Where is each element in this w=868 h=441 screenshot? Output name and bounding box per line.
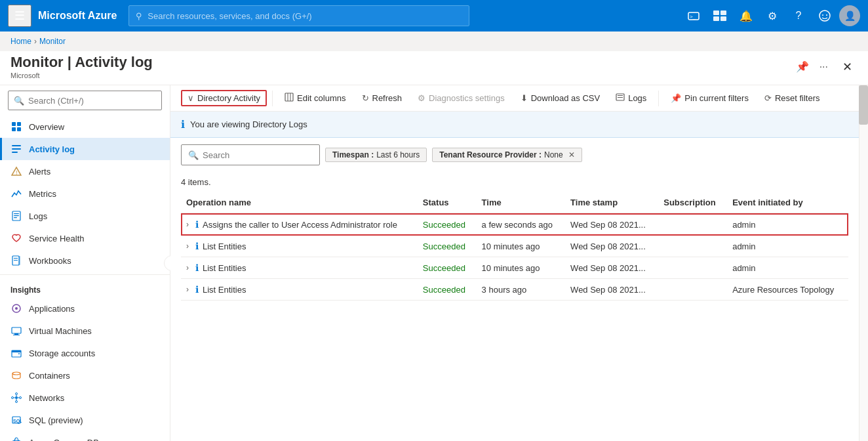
svg-point-37 bbox=[20, 397, 22, 399]
download-csv-button[interactable]: ⬇ Download as CSV bbox=[514, 90, 607, 106]
sidebar-item-activity-log[interactable]: Activity log bbox=[0, 138, 170, 160]
networks-icon bbox=[10, 392, 22, 404]
svg-point-34 bbox=[12, 372, 20, 375]
edit-columns-button[interactable]: Edit columns bbox=[278, 89, 352, 107]
status-value: Succeeded bbox=[423, 263, 465, 273]
info-icon: ℹ bbox=[181, 118, 185, 131]
close-button[interactable]: ✕ bbox=[837, 57, 858, 77]
col-time: Time bbox=[477, 192, 566, 213]
sidebar-item-virtual-machines[interactable]: Virtual Machines bbox=[0, 320, 170, 342]
sidebar-item-containers[interactable]: Containers bbox=[0, 364, 170, 387]
operation-text: List Entities bbox=[203, 242, 246, 251]
svg-rect-2 bbox=[713, 10, 719, 15]
col-operation-name: Operation name bbox=[181, 192, 418, 213]
table-row[interactable]: › ℹ List Entities Succeeded10 minutes ag… bbox=[181, 257, 848, 279]
breadcrumb: Home › Monitor bbox=[0, 32, 868, 51]
sidebar-overview-label: Overview bbox=[29, 122, 64, 132]
operation-name-cell: › ℹ List Entities bbox=[186, 284, 410, 295]
reset-filters-button[interactable]: ⟳ Reset filters bbox=[758, 90, 827, 106]
alerts-icon: ! bbox=[10, 165, 22, 177]
svg-rect-25 bbox=[19, 256, 20, 265]
svg-text:!: ! bbox=[16, 169, 18, 176]
logs-button[interactable]: Logs bbox=[609, 89, 653, 107]
svg-point-39 bbox=[16, 401, 18, 403]
cloud-shell-icon[interactable]: >_ bbox=[682, 4, 705, 28]
user-avatar[interactable]: 👤 bbox=[839, 5, 860, 26]
operation-name-cell: › ℹ List Entities bbox=[186, 262, 410, 273]
tenant-filter-close[interactable]: ✕ bbox=[568, 150, 575, 159]
sidebar-item-applications[interactable]: Applications bbox=[0, 297, 170, 320]
sidebar-virtual-machines-label: Virtual Machines bbox=[29, 326, 92, 336]
svg-point-8 bbox=[826, 14, 827, 16]
time-cell: 10 minutes ago bbox=[477, 257, 566, 279]
pin-current-filters-button[interactable]: 📌 Pin current filters bbox=[664, 90, 755, 106]
tenant-filter-tag[interactable]: Tenant Resource Provider : None ✕ bbox=[432, 148, 582, 162]
sidebar-item-overview[interactable]: Overview bbox=[0, 116, 170, 138]
subscription-cell bbox=[658, 236, 727, 257]
sidebar-collapse-button[interactable]: ‹ bbox=[164, 255, 170, 271]
global-search-input[interactable] bbox=[148, 11, 462, 21]
edit-columns-icon bbox=[285, 93, 294, 104]
sidebar-item-alerts[interactable]: ! Alerts bbox=[0, 160, 170, 182]
sidebar-item-storage-accounts[interactable]: Storage accounts bbox=[0, 342, 170, 364]
svg-point-38 bbox=[16, 393, 18, 395]
table-search-input[interactable] bbox=[203, 150, 313, 160]
sidebar-item-service-health[interactable]: Service Health bbox=[0, 227, 170, 249]
help-icon[interactable]: ? bbox=[787, 4, 810, 28]
global-search-bar[interactable]: ⚲ bbox=[128, 5, 469, 26]
filter-bar: 🔍 Timespan : Last 6 hours Tenant Resourc… bbox=[170, 138, 859, 172]
sidebar-item-workbooks[interactable]: Workbooks bbox=[0, 249, 170, 272]
sidebar-search-box: 🔍 bbox=[8, 91, 162, 110]
activity-table: Operation name Status Time Time stamp Su… bbox=[181, 192, 848, 301]
edit-columns-label: Edit columns bbox=[297, 93, 345, 103]
breadcrumb-monitor[interactable]: Monitor bbox=[39, 37, 66, 46]
hamburger-menu[interactable]: ☰ bbox=[8, 5, 31, 27]
content-scrollbar[interactable] bbox=[859, 85, 868, 441]
row-info-icon: ℹ bbox=[195, 284, 199, 295]
portal-menu-icon[interactable] bbox=[708, 4, 732, 28]
main-area: 🔍 Overview bbox=[0, 85, 868, 441]
svg-rect-4 bbox=[713, 16, 719, 21]
content-area: ∨ Directory Activity Edit columns ↻ Refr… bbox=[170, 85, 859, 441]
sidebar-item-metrics[interactable]: Metrics bbox=[0, 182, 170, 205]
settings-icon[interactable]: ⚙ bbox=[760, 4, 784, 28]
table-search-icon: 🔍 bbox=[188, 150, 199, 160]
brand-name: Microsoft Azure bbox=[38, 10, 117, 22]
breadcrumb-home[interactable]: Home bbox=[10, 37, 31, 46]
directory-activity-filter-button[interactable]: ∨ Directory Activity bbox=[181, 90, 267, 106]
sidebar-item-azure-cosmos-db[interactable]: Azure Cosmos DB bbox=[0, 431, 170, 441]
download-label: Download as CSV bbox=[531, 93, 601, 103]
refresh-button[interactable]: ↻ Refresh bbox=[355, 90, 409, 106]
sidebar-item-sql-preview[interactable]: SQL SQL (preview) bbox=[0, 409, 170, 431]
table-row[interactable]: › ℹ List Entities Succeeded3 hours agoWe… bbox=[181, 279, 848, 301]
row-expand-icon[interactable]: › bbox=[186, 242, 189, 251]
timespan-filter-tag[interactable]: Timespan : Last 6 hours bbox=[325, 148, 427, 162]
insights-section-label: Insights bbox=[0, 278, 170, 297]
insights-divider bbox=[0, 274, 170, 275]
sidebar-item-logs[interactable]: Logs bbox=[0, 205, 170, 227]
diagnostics-settings-button[interactable]: ⚙ Diagnostics settings bbox=[411, 90, 511, 106]
applications-icon bbox=[10, 303, 22, 314]
more-button[interactable]: ··· bbox=[817, 58, 831, 75]
table-row[interactable]: › ℹ Assigns the caller to User Access Ad… bbox=[181, 213, 848, 236]
azure-cosmos-db-icon bbox=[10, 436, 22, 441]
svg-text:>_: >_ bbox=[690, 14, 696, 20]
sidebar-search-input[interactable] bbox=[28, 96, 156, 106]
search-icon: ⚲ bbox=[136, 11, 142, 21]
sidebar-item-networks[interactable]: Networks bbox=[0, 387, 170, 409]
operation-text: List Entities bbox=[203, 285, 246, 295]
timestamp-cell: Wed Sep 08 2021... bbox=[565, 279, 658, 301]
row-expand-icon[interactable]: › bbox=[186, 220, 189, 229]
feedback-icon[interactable] bbox=[813, 4, 837, 28]
notifications-icon[interactable]: 🔔 bbox=[734, 4, 758, 28]
row-expand-icon[interactable]: › bbox=[186, 263, 189, 272]
sidebar-cosmos-db-label: Azure Cosmos DB bbox=[29, 438, 99, 442]
subscription-cell bbox=[658, 257, 727, 279]
chevron-down-icon: ∨ bbox=[187, 93, 194, 103]
row-expand-icon[interactable]: › bbox=[186, 285, 189, 294]
header-actions: 📌 ··· bbox=[793, 58, 831, 75]
pin-button[interactable]: 📌 bbox=[793, 58, 812, 75]
table-row[interactable]: › ℹ List Entities Succeeded10 minutes ag… bbox=[181, 236, 848, 257]
scrollbar-thumb[interactable] bbox=[859, 85, 868, 125]
sidebar-logs-label: Logs bbox=[29, 211, 47, 221]
